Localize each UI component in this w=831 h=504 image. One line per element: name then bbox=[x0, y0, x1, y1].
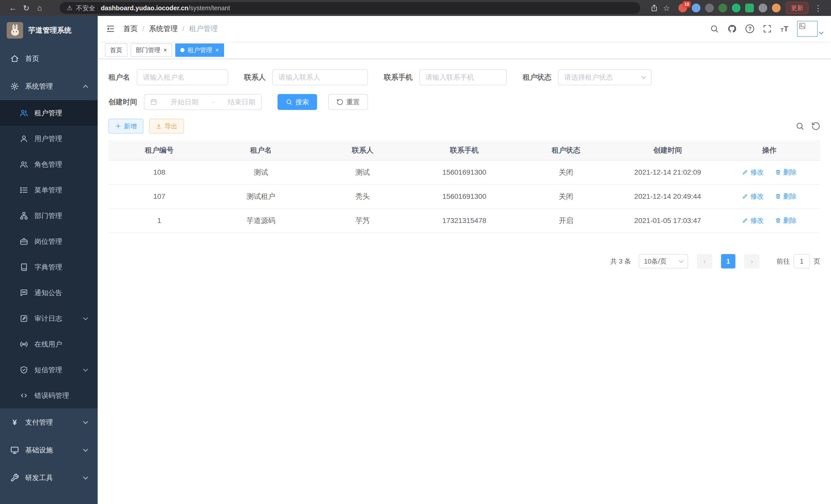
sidebar-item-tenant[interactable]: 租户管理 bbox=[0, 100, 98, 126]
cell-tenant-id: 108 bbox=[109, 160, 210, 184]
filter-tenant-name: 租户名 bbox=[109, 69, 228, 85]
delete-link[interactable]: 删除 bbox=[775, 168, 797, 177]
font-size-icon[interactable]: TT bbox=[780, 24, 789, 33]
sidebar-item-user[interactable]: 用户管理 bbox=[0, 126, 98, 152]
sidebar-item-infra[interactable]: 基础设施 bbox=[0, 436, 98, 464]
browser-back-icon[interactable]: ← bbox=[6, 4, 20, 12]
share-icon[interactable] bbox=[649, 4, 660, 12]
sidebar-item-dev-tools[interactable]: 研发工具 bbox=[0, 464, 98, 492]
bookmark-star-icon[interactable]: ☆ bbox=[660, 4, 673, 12]
close-icon[interactable]: × bbox=[215, 47, 219, 53]
date-end-placeholder: 结束日期 bbox=[228, 97, 255, 107]
cell-status: 关闭 bbox=[515, 160, 617, 184]
edit-link[interactable]: 修改 bbox=[742, 216, 764, 225]
extension-icon[interactable] bbox=[745, 4, 754, 12]
reset-button[interactable]: 重置 bbox=[328, 94, 368, 110]
date-range-picker[interactable]: 开始日期 - 结束日期 bbox=[144, 94, 262, 110]
extension-icon[interactable] bbox=[758, 4, 767, 12]
search-button-label: 搜索 bbox=[295, 98, 309, 107]
tab-dept[interactable]: 部门管理 × bbox=[131, 43, 172, 57]
sidebar-item-menu[interactable]: 菜单管理 bbox=[0, 177, 98, 203]
browser-home-icon[interactable]: ⌂ bbox=[33, 4, 46, 12]
sidebar-item-post[interactable]: 岗位管理 bbox=[0, 229, 98, 254]
breadcrumb-home[interactable]: 首页 bbox=[123, 24, 138, 34]
sidebar-item-label: 租户管理 bbox=[34, 109, 62, 118]
breadcrumb-separator: / bbox=[182, 25, 184, 33]
github-icon[interactable] bbox=[727, 24, 737, 33]
user-avatar-menu[interactable] bbox=[797, 21, 823, 37]
phone-input[interactable] bbox=[426, 73, 500, 82]
pagination-total: 共 3 条 bbox=[610, 257, 631, 266]
tab-tenant[interactable]: 租户管理 × bbox=[175, 43, 224, 57]
filter-label: 创建时间 bbox=[109, 97, 137, 107]
url-text: dashboard.yudao.iocoder.cn/system/tenant bbox=[101, 4, 230, 12]
sidebar-item-sms[interactable]: 短信管理 bbox=[0, 357, 98, 383]
tab-home[interactable]: 首页 bbox=[105, 43, 127, 57]
filter-row-2: 创建时间 开始日期 - 结束日期 搜索 重置 bbox=[109, 94, 820, 110]
delete-label: 删除 bbox=[783, 216, 797, 225]
cell-tenant-name: 测试 bbox=[210, 160, 312, 184]
sidebar-item-payment[interactable]: ¥ 支付管理 bbox=[0, 409, 98, 436]
export-button[interactable]: 导出 bbox=[149, 119, 184, 134]
book-icon bbox=[20, 263, 28, 271]
goto-page-input[interactable] bbox=[794, 254, 810, 268]
sidebar-item-label: 基础设施 bbox=[25, 445, 53, 455]
extension-icon[interactable] bbox=[718, 4, 727, 12]
breadcrumb-system[interactable]: 系统管理 bbox=[149, 24, 178, 34]
filter-phone: 联系手机 bbox=[384, 69, 507, 85]
extension-icon[interactable] bbox=[732, 4, 741, 12]
edit-label: 修改 bbox=[750, 168, 764, 177]
help-icon[interactable]: ? bbox=[745, 24, 754, 33]
next-page-button[interactable]: › bbox=[744, 254, 760, 268]
app-logo[interactable]: 芋道管理系统 bbox=[0, 16, 98, 45]
page-content: 租户名 联系人 联系手机 bbox=[98, 59, 831, 504]
sidebar-item-system[interactable]: 系统管理 bbox=[0, 72, 98, 100]
page-size-select[interactable]: 10条/页 bbox=[639, 254, 688, 268]
sidebar-item-online-users[interactable]: 在线用户 bbox=[0, 331, 98, 357]
edit-link[interactable]: 修改 bbox=[742, 168, 764, 177]
status-select[interactable]: 请选择租户状态 bbox=[558, 69, 652, 85]
delete-link[interactable]: 删除 bbox=[775, 192, 797, 201]
cell-actions: 修改 删除 bbox=[718, 184, 820, 209]
sidebar-item-dept[interactable]: 部门管理 bbox=[0, 203, 98, 229]
sidebar-item-error-code[interactable]: 错误码管理 bbox=[0, 383, 98, 409]
sidebar-item-role[interactable]: 角色管理 bbox=[0, 152, 98, 177]
address-bar[interactable]: ⚠ 不安全 dashboard.yudao.iocoder.cn/system/… bbox=[60, 2, 640, 14]
briefcase-icon bbox=[20, 237, 28, 246]
col-phone: 联系手机 bbox=[413, 140, 515, 160]
sidebar-item-dict[interactable]: 字典管理 bbox=[0, 254, 98, 280]
add-button[interactable]: 新增 bbox=[109, 119, 143, 134]
chrome-update-button[interactable]: 更新 bbox=[786, 2, 808, 14]
sidebar-item-notice[interactable]: 通知公告 bbox=[0, 280, 98, 306]
extension-icon[interactable] bbox=[705, 4, 714, 12]
pagination: 共 3 条 10条/页 ‹ 1 › 前往 页 bbox=[109, 254, 820, 268]
close-icon[interactable]: × bbox=[164, 47, 167, 53]
cell-status: 关闭 bbox=[515, 184, 617, 209]
table-row: 1 芋道源码 芋艿 17321315478 开启 2021-01-05 17:0… bbox=[109, 209, 820, 233]
chrome-menu-icon[interactable]: ⋮ bbox=[811, 4, 825, 12]
search-button[interactable]: 搜索 bbox=[278, 94, 317, 110]
extension-icon[interactable] bbox=[692, 4, 700, 12]
extension-icon[interactable]: 10 bbox=[678, 4, 687, 12]
tenant-name-input[interactable] bbox=[143, 73, 222, 82]
sidebar-collapse-icon[interactable] bbox=[106, 24, 115, 33]
page-number-1[interactable]: 1 bbox=[721, 254, 736, 268]
sidebar-item-audit-log[interactable]: 审计日志 bbox=[0, 306, 98, 331]
toggle-search-icon[interactable] bbox=[796, 122, 804, 130]
col-contact: 联系人 bbox=[312, 140, 413, 160]
search-icon[interactable] bbox=[710, 24, 719, 33]
prev-page-button[interactable]: ‹ bbox=[697, 254, 712, 268]
edit-link[interactable]: 修改 bbox=[742, 192, 764, 201]
browser-reload-icon[interactable]: ↻ bbox=[20, 4, 33, 12]
fullscreen-icon[interactable] bbox=[763, 24, 772, 33]
chevron-down-icon bbox=[83, 474, 88, 480]
delete-link[interactable]: 删除 bbox=[775, 216, 797, 225]
pagination-goto: 前往 页 bbox=[776, 254, 820, 268]
cell-phone: 17321315478 bbox=[413, 209, 515, 233]
sidebar-item-home[interactable]: 首页 bbox=[0, 45, 98, 72]
refresh-icon[interactable] bbox=[811, 122, 820, 130]
table-toolbar: 新增 导出 bbox=[109, 119, 820, 134]
extension-icon[interactable] bbox=[772, 4, 781, 12]
contact-input[interactable] bbox=[279, 73, 362, 82]
code-icon bbox=[20, 391, 28, 400]
